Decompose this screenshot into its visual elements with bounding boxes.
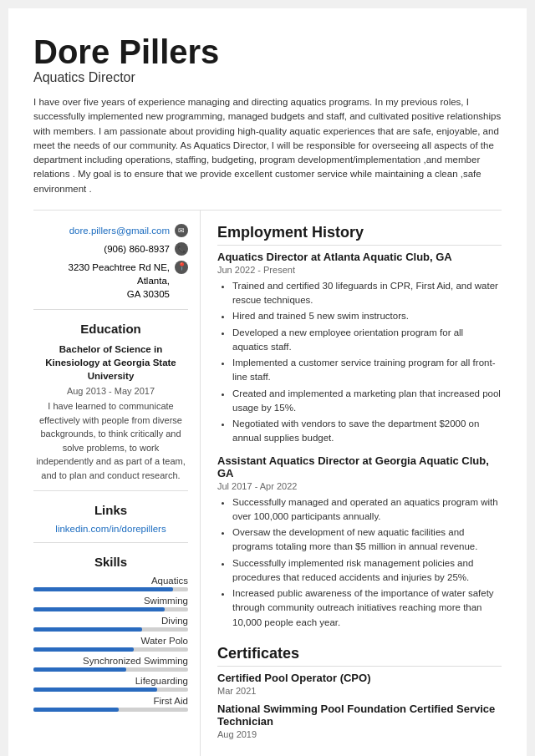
- job-bullet: Hired and trained 5 new swim instructors…: [232, 309, 502, 323]
- skills-title: Skills: [33, 555, 188, 569]
- education-degree: Bachelor of Science in Kinesiology at Ge…: [33, 342, 188, 383]
- candidate-title: Aquatics Director: [33, 70, 502, 85]
- education-section: Education Bachelor of Science in Kinesio…: [33, 322, 188, 482]
- job-entry: Aquatics Director at Atlanta Aquatic Clu…: [217, 251, 502, 446]
- location-icon: 📍: [175, 261, 188, 274]
- skill-bar-bg: [33, 708, 188, 712]
- education-description: I have learned to communicate effectivel…: [33, 399, 188, 482]
- address-text: 3230 Peachtree Rd NE, Atlanta, GA 30305: [33, 261, 170, 301]
- skill-bar-fill: [33, 667, 126, 672]
- skill-label: Synchronized Swimming: [33, 656, 188, 666]
- skill-bar-bg: [33, 647, 188, 652]
- two-column-layout: dore.pillers@gmail.com ✉ (906) 860-8937 …: [33, 210, 502, 756]
- skill-bar-fill: [33, 627, 142, 632]
- job-bullet: Trained and certified 30 lifeguards in C…: [232, 279, 502, 308]
- email-contact: dore.pillers@gmail.com ✉: [33, 224, 188, 237]
- phone-number: (906) 860-8937: [104, 244, 170, 254]
- address-contact: 3230 Peachtree Rd NE, Atlanta, GA 30305 …: [33, 261, 188, 301]
- cert-date: Mar 2021: [217, 686, 502, 696]
- skill-item: First Aid: [33, 696, 188, 712]
- skill-item: Lifeguarding: [33, 676, 188, 692]
- skill-bar-bg: [33, 627, 188, 632]
- job-dates: Jun 2022 - Present: [217, 265, 502, 275]
- job-bullet: Created and implemented a marketing plan…: [232, 387, 502, 416]
- job-bullet: Successfully managed and operated an aqu…: [232, 495, 502, 525]
- skill-item: Diving: [33, 616, 188, 632]
- links-section: Links linkedin.com/in/dorepillers: [33, 503, 188, 534]
- job-dates: Jul 2017 - Apr 2022: [217, 481, 502, 491]
- job-bullet: Negotiated with vendors to save the depa…: [232, 417, 502, 446]
- links-title: Links: [33, 503, 188, 517]
- jobs-list: Aquatics Director at Atlanta Aquatic Clu…: [217, 251, 502, 630]
- skill-bar-bg: [33, 667, 188, 672]
- skill-bar-fill: [33, 708, 119, 712]
- certificates-list: Certified Pool Operator (CPO) Mar 2021 N…: [217, 672, 502, 739]
- summary-text: I have over five years of experience man…: [33, 95, 502, 196]
- job-bullets-list: Successfully managed and operated an aqu…: [217, 495, 502, 630]
- employment-section: Employment History Aquatics Director at …: [217, 224, 502, 630]
- skill-label: Aquatics: [33, 576, 188, 586]
- skill-label: Water Polo: [33, 636, 188, 646]
- job-entry: Assistant Aquatics Director at Georgia A…: [217, 454, 502, 630]
- skill-label: Diving: [33, 616, 188, 626]
- skill-bar-fill: [33, 688, 157, 692]
- skill-bar-bg: [33, 688, 188, 692]
- education-title: Education: [33, 322, 188, 336]
- job-title: Assistant Aquatics Director at Georgia A…: [217, 454, 502, 479]
- certificate-entry: National Swimming Pool Foundation Certif…: [217, 703, 502, 739]
- skill-item: Swimming: [33, 596, 188, 611]
- skill-item: Aquatics: [33, 576, 188, 591]
- skill-bar-fill: [33, 587, 173, 591]
- skill-item: Water Polo: [33, 636, 188, 652]
- skill-label: First Aid: [33, 696, 188, 706]
- education-dates: Aug 2013 - May 2017: [33, 386, 188, 396]
- certificates-title: Certificates: [217, 645, 502, 667]
- email-icon: ✉: [175, 224, 188, 237]
- cert-date: Aug 2019: [217, 729, 502, 739]
- skill-bar-fill: [33, 647, 134, 652]
- left-column: dore.pillers@gmail.com ✉ (906) 860-8937 …: [33, 211, 201, 756]
- email-link[interactable]: dore.pillers@gmail.com: [69, 226, 170, 236]
- job-bullet: Developed a new employee orientation pro…: [232, 326, 502, 355]
- resume-container: Dore Pillers Aquatics Director I have ov…: [8, 8, 527, 756]
- cert-name: National Swimming Pool Foundation Certif…: [217, 703, 502, 728]
- phone-icon: 📞: [175, 242, 188, 256]
- job-bullet: Oversaw the development of new aquatic f…: [232, 525, 502, 555]
- job-bullet: Successfully implemented risk management…: [232, 556, 502, 586]
- skill-label: Lifeguarding: [33, 676, 188, 686]
- job-bullet: Increased public awareness of the import…: [232, 586, 502, 630]
- contact-section: dore.pillers@gmail.com ✉ (906) 860-8937 …: [33, 224, 188, 301]
- header-section: Dore Pillers Aquatics Director I have ov…: [33, 33, 502, 196]
- skills-list: Aquatics Swimming Diving Water Polo Sync…: [33, 576, 188, 712]
- job-bullets-list: Trained and certified 30 lifeguards in C…: [217, 279, 502, 446]
- certificates-section: Certificates Certified Pool Operator (CP…: [217, 645, 502, 739]
- job-bullet: Implemented a customer service training …: [232, 356, 502, 385]
- phone-contact: (906) 860-8937 📞: [33, 242, 188, 256]
- right-column: Employment History Aquatics Director at …: [201, 211, 502, 756]
- skill-bar-bg: [33, 587, 188, 591]
- skill-label: Swimming: [33, 596, 188, 606]
- candidate-name: Dore Pillers: [33, 33, 502, 70]
- linkedin-link[interactable]: linkedin.com/in/dorepillers: [33, 524, 188, 534]
- skill-bar-fill: [33, 607, 165, 611]
- skill-bar-bg: [33, 607, 188, 611]
- certificate-entry: Certified Pool Operator (CPO) Mar 2021: [217, 672, 502, 696]
- job-title: Aquatics Director at Atlanta Aquatic Clu…: [217, 251, 502, 263]
- skills-section: Skills Aquatics Swimming Diving Water Po…: [33, 555, 188, 712]
- skill-item: Synchronized Swimming: [33, 656, 188, 672]
- cert-name: Certified Pool Operator (CPO): [217, 672, 502, 684]
- employment-title: Employment History: [217, 224, 502, 246]
